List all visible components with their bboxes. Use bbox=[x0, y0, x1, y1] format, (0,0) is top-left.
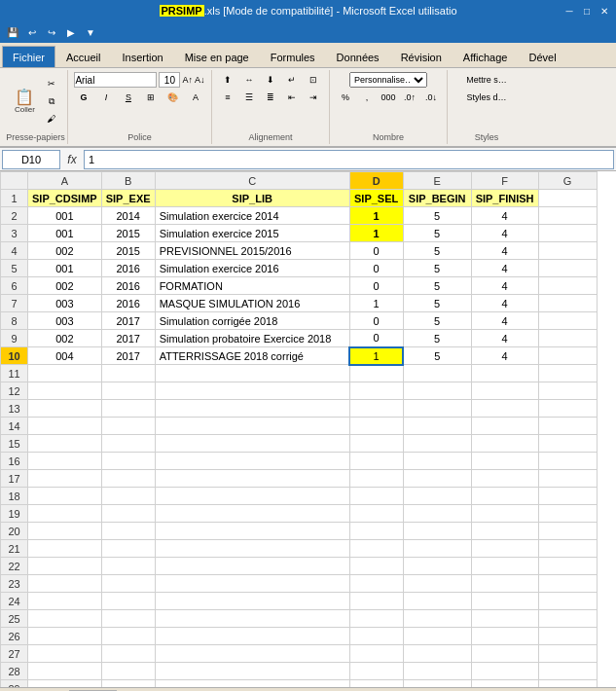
cell-g6[interactable] bbox=[538, 277, 597, 295]
tab-affichage[interactable]: Affichage bbox=[453, 46, 519, 67]
cell-f1[interactable]: SIP_FINISH bbox=[471, 190, 538, 207]
col-header-b[interactable]: B bbox=[101, 172, 155, 190]
cut-button[interactable]: ✂ bbox=[42, 76, 61, 91]
cell-e8[interactable]: 5 bbox=[403, 312, 471, 330]
tab-fichier[interactable]: Fichier bbox=[2, 46, 55, 67]
qa-play[interactable]: ▶ bbox=[62, 23, 80, 41]
decrease-indent-button[interactable]: ⇤ bbox=[282, 90, 302, 105]
cell-d3[interactable]: 1 bbox=[349, 225, 403, 242]
cell-a4[interactable]: 002 bbox=[28, 242, 102, 260]
col-header-f[interactable]: F bbox=[471, 172, 538, 190]
cell-f8[interactable]: 4 bbox=[471, 312, 538, 330]
qa-save[interactable]: 💾 bbox=[4, 23, 21, 41]
cell-e7[interactable]: 5 bbox=[403, 295, 471, 312]
align-bottom-button[interactable]: ⬇ bbox=[261, 72, 280, 88]
cell-f7[interactable]: 4 bbox=[471, 295, 538, 312]
cell-e2[interactable]: 5 bbox=[403, 207, 471, 225]
cell-a9[interactable]: 002 bbox=[28, 330, 102, 347]
cell-d7[interactable]: 1 bbox=[349, 295, 403, 312]
cell-d2[interactable]: 1 bbox=[349, 207, 403, 225]
italic-button[interactable]: I bbox=[96, 90, 116, 105]
cell-f6[interactable]: 4 bbox=[471, 277, 538, 295]
cell-c10[interactable]: ATTERRISSAGE 2018 corrigé bbox=[155, 347, 349, 365]
wrap-text-button[interactable]: ↵ bbox=[282, 72, 302, 88]
cell-b6[interactable]: 2016 bbox=[101, 277, 155, 295]
font-color-button[interactable]: A bbox=[186, 90, 205, 105]
cell-c2[interactable]: Simulation exercice 2014 bbox=[155, 207, 349, 225]
cell-reference-box[interactable]: D10 bbox=[2, 150, 60, 169]
tab-donnees[interactable]: Données bbox=[326, 46, 390, 67]
cell-e6[interactable]: 5 bbox=[403, 277, 471, 295]
col-header-c[interactable]: C bbox=[155, 172, 349, 190]
cell-f10[interactable]: 4 bbox=[471, 347, 538, 365]
formula-input[interactable]: 1 bbox=[84, 150, 614, 169]
cell-c3[interactable]: Simulation exercice 2015 bbox=[155, 225, 349, 242]
format-painter-button[interactable]: 🖌 bbox=[42, 111, 61, 127]
cell-g2[interactable] bbox=[538, 207, 597, 225]
cell-c6[interactable]: FORMATION bbox=[155, 277, 349, 295]
col-header-a[interactable]: A bbox=[28, 172, 102, 190]
cell-f4[interactable]: 4 bbox=[471, 242, 538, 260]
cell-f9[interactable]: 4 bbox=[471, 330, 538, 347]
tab-revision[interactable]: Révision bbox=[390, 46, 453, 67]
cell-e4[interactable]: 5 bbox=[403, 242, 471, 260]
cell-b4[interactable]: 2015 bbox=[101, 242, 155, 260]
thousands-button[interactable]: 000 bbox=[379, 90, 398, 105]
tab-formules[interactable]: Formules bbox=[260, 46, 326, 67]
cell-c9[interactable]: Simulation probatoire Exercice 2018 bbox=[155, 330, 349, 347]
cell-d9[interactable]: 0 bbox=[349, 330, 403, 347]
cell-c7[interactable]: MASQUE SIMULATION 2016 bbox=[155, 295, 349, 312]
col-header-e[interactable]: E bbox=[403, 172, 471, 190]
cell-g7[interactable] bbox=[538, 295, 597, 312]
cell-a7[interactable]: 003 bbox=[28, 295, 102, 312]
comma-button[interactable]: , bbox=[357, 90, 377, 105]
cell-d6[interactable]: 0 bbox=[349, 277, 403, 295]
font-name-input[interactable] bbox=[74, 72, 157, 88]
cell-d1[interactable]: SIP_SEL bbox=[349, 190, 403, 207]
minimize-button[interactable]: ─ bbox=[562, 4, 577, 18]
cell-g10[interactable] bbox=[538, 347, 597, 365]
cell-b2[interactable]: 2014 bbox=[101, 207, 155, 225]
cell-a6[interactable]: 002 bbox=[28, 277, 102, 295]
col-header-d[interactable]: D bbox=[349, 172, 403, 190]
cell-b9[interactable]: 2017 bbox=[101, 330, 155, 347]
align-right-button[interactable]: ≣ bbox=[261, 90, 280, 105]
cell-g1[interactable] bbox=[538, 190, 597, 207]
col-header-g[interactable]: G bbox=[538, 172, 597, 190]
merge-button[interactable]: ⊡ bbox=[304, 72, 323, 88]
cell-d10[interactable]: 1 bbox=[349, 347, 403, 365]
percent-button[interactable]: % bbox=[336, 90, 355, 105]
cell-d8[interactable]: 0 bbox=[349, 312, 403, 330]
format-table-button[interactable]: Styles d… bbox=[461, 90, 511, 105]
fill-color-button[interactable]: 🎨 bbox=[163, 90, 183, 105]
font-grow-button[interactable]: A↑ bbox=[182, 75, 193, 85]
cell-e3[interactable]: 5 bbox=[403, 225, 471, 242]
cell-e9[interactable]: 5 bbox=[403, 330, 471, 347]
increase-decimal-button[interactable]: .0↑ bbox=[400, 90, 419, 105]
cell-d4[interactable]: 0 bbox=[349, 242, 403, 260]
cell-c8[interactable]: Simulation corrigée 2018 bbox=[155, 312, 349, 330]
cell-a10[interactable]: 004 bbox=[28, 347, 102, 365]
cell-g8[interactable] bbox=[538, 312, 597, 330]
cell-a8[interactable]: 003 bbox=[28, 312, 102, 330]
cell-f3[interactable]: 4 bbox=[471, 225, 538, 242]
cell-b3[interactable]: 2015 bbox=[101, 225, 155, 242]
cell-c4[interactable]: PREVISIONNEL 2015/2016 bbox=[155, 242, 349, 260]
align-center-button[interactable]: ☰ bbox=[239, 90, 259, 105]
cell-b10[interactable]: 2017 bbox=[101, 347, 155, 365]
cell-g5[interactable] bbox=[538, 260, 597, 277]
paste-button[interactable]: 📋 Coller bbox=[10, 87, 40, 117]
cell-b5[interactable]: 2016 bbox=[101, 260, 155, 277]
cell-a2[interactable]: 001 bbox=[28, 207, 102, 225]
font-size-input[interactable] bbox=[159, 72, 180, 88]
cell-b7[interactable]: 2016 bbox=[101, 295, 155, 312]
cell-a3[interactable]: 001 bbox=[28, 225, 102, 242]
cell-g3[interactable] bbox=[538, 225, 597, 242]
border-button[interactable]: ⊞ bbox=[141, 90, 161, 105]
align-middle-button[interactable]: ↔ bbox=[239, 72, 259, 88]
cell-g9[interactable] bbox=[538, 330, 597, 347]
cell-f5[interactable]: 4 bbox=[471, 260, 538, 277]
cell-g4[interactable] bbox=[538, 242, 597, 260]
cell-e10[interactable]: 5 bbox=[403, 347, 471, 365]
qa-dropdown[interactable]: ▼ bbox=[82, 23, 99, 41]
